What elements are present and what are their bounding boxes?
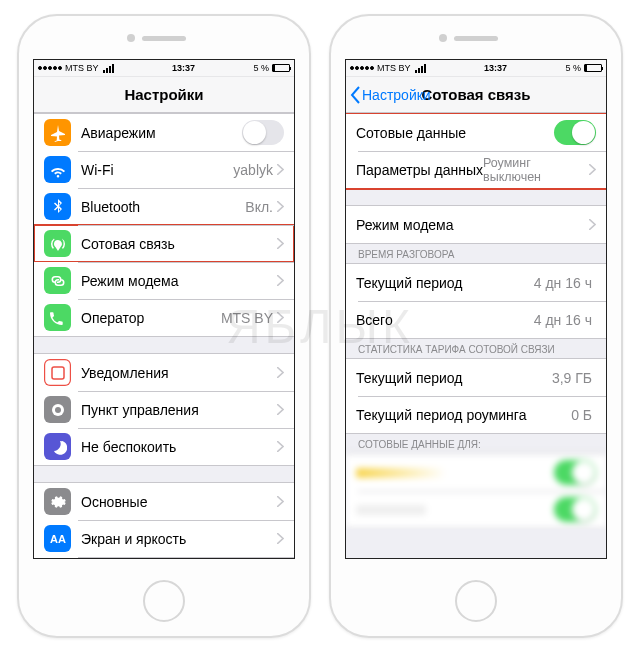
section-header-stats: СТАТИСТИКА ТАРИФА СОТОВОЙ СВЯЗИ bbox=[346, 339, 606, 358]
row-airplane[interactable]: Авиарежим bbox=[34, 114, 294, 151]
row-control-center[interactable]: Пункт управления bbox=[34, 391, 294, 428]
row-cellular[interactable]: Сотовая связь bbox=[34, 225, 294, 262]
row-bluetooth[interactable]: Bluetooth Вкл. bbox=[34, 188, 294, 225]
chevron-right-icon bbox=[277, 401, 284, 419]
carrier-label: Оператор bbox=[81, 310, 144, 326]
carrier-label: MTS BY bbox=[65, 63, 99, 73]
carrier-label: MTS BY bbox=[377, 63, 411, 73]
airplane-label: Авиарежим bbox=[81, 125, 156, 141]
screen-left: MTS BY 13:37 5 % Настройки Авиарежим bbox=[33, 59, 295, 559]
nav-bar: Настройки bbox=[34, 77, 294, 113]
row-wifi[interactable]: Wi-Fi yablyk bbox=[34, 151, 294, 188]
general-label: Основные bbox=[81, 494, 147, 510]
back-button[interactable]: Настройки bbox=[350, 86, 431, 104]
notifications-label: Уведомления bbox=[81, 365, 169, 381]
chevron-right-icon bbox=[589, 216, 596, 234]
control-center-icon bbox=[44, 396, 71, 423]
row-carrier[interactable]: Оператор MTS BY bbox=[34, 299, 294, 336]
row-general[interactable]: Основные bbox=[34, 483, 294, 520]
dnd-icon bbox=[44, 433, 71, 460]
row-talk-current: Текущий период 4 дн 16 ч bbox=[346, 264, 606, 301]
wifi-value: yablyk bbox=[233, 162, 273, 178]
notifications-icon bbox=[44, 359, 71, 386]
back-label: Настройки bbox=[362, 87, 431, 103]
bluetooth-value: Вкл. bbox=[245, 199, 273, 215]
chevron-left-icon bbox=[350, 86, 362, 104]
row-hotspot[interactable]: Режим модема bbox=[34, 262, 294, 299]
clock: 13:37 bbox=[114, 63, 254, 73]
row-stat-roaming: Текущий период роуминга 0 Б bbox=[346, 396, 606, 433]
bluetooth-icon bbox=[44, 193, 71, 220]
home-button[interactable] bbox=[143, 580, 185, 622]
display-icon bbox=[44, 525, 71, 552]
page-title: Сотовая связь bbox=[421, 86, 530, 103]
section-header-apps: СОТОВЫЕ ДАННЫЕ ДЛЯ: bbox=[346, 434, 606, 453]
carrier-icon bbox=[44, 304, 71, 331]
chevron-right-icon bbox=[277, 530, 284, 548]
chevron-right-icon bbox=[277, 272, 284, 290]
page-title: Настройки bbox=[124, 86, 203, 103]
chevron-right-icon bbox=[277, 309, 284, 327]
row-data-options[interactable]: Параметры данных Роуминг выключен bbox=[346, 151, 606, 188]
chevron-right-icon bbox=[277, 364, 284, 382]
home-button[interactable] bbox=[455, 580, 497, 622]
row-app[interactable] bbox=[346, 454, 606, 491]
wifi-icon bbox=[44, 156, 71, 183]
status-bar: MTS BY 13:37 5 % bbox=[34, 60, 294, 77]
hotspot-label: Режим модема bbox=[81, 273, 179, 289]
data-options-value: Роуминг выключен bbox=[483, 156, 585, 184]
chevron-right-icon bbox=[277, 235, 284, 253]
row-notifications[interactable]: Уведомления bbox=[34, 354, 294, 391]
bluetooth-label: Bluetooth bbox=[81, 199, 140, 215]
chevron-right-icon bbox=[277, 438, 284, 456]
row-display[interactable]: Экран и яркость bbox=[34, 520, 294, 557]
hotspot-icon bbox=[44, 267, 71, 294]
section-header-talktime: ВРЕМЯ РАЗГОВОРА bbox=[346, 244, 606, 263]
wifi-icon bbox=[415, 64, 426, 73]
screen-right: MTS BY 13:37 5 % Настройки Сотовая связь… bbox=[345, 59, 607, 559]
cellular-icon bbox=[44, 230, 71, 257]
cellular-data-switch[interactable] bbox=[554, 120, 596, 145]
cellular-data-label: Сотовые данные bbox=[356, 125, 466, 141]
row-talk-total: Всего 4 дн 16 ч bbox=[346, 301, 606, 338]
phone-left: MTS BY 13:37 5 % Настройки Авиарежим bbox=[17, 14, 311, 638]
battery-percent: 5 % bbox=[253, 63, 269, 73]
app-switch[interactable] bbox=[554, 497, 596, 522]
data-options-label: Параметры данных bbox=[356, 162, 483, 178]
wifi-icon bbox=[103, 64, 114, 73]
battery-percent: 5 % bbox=[565, 63, 581, 73]
row-dnd[interactable]: Не беспокоить bbox=[34, 428, 294, 465]
row-app[interactable] bbox=[346, 491, 606, 528]
chevron-right-icon bbox=[589, 161, 596, 179]
control-center-label: Пункт управления bbox=[81, 402, 199, 418]
cellular-label: Сотовая связь bbox=[81, 236, 175, 252]
row-personal-hotspot[interactable]: Режим модема bbox=[346, 206, 606, 243]
clock: 13:37 bbox=[426, 63, 566, 73]
row-wallpaper[interactable]: Обои bbox=[34, 557, 294, 559]
airplane-icon bbox=[44, 119, 71, 146]
chevron-right-icon bbox=[277, 198, 284, 216]
airplane-switch[interactable] bbox=[242, 120, 284, 145]
row-cellular-data[interactable]: Сотовые данные bbox=[346, 114, 606, 151]
phone-right: MTS BY 13:37 5 % Настройки Сотовая связь… bbox=[329, 14, 623, 638]
chevron-right-icon bbox=[277, 493, 284, 511]
display-label: Экран и яркость bbox=[81, 531, 186, 547]
chevron-right-icon bbox=[277, 161, 284, 179]
battery-icon bbox=[272, 64, 290, 72]
nav-bar: Настройки Сотовая связь bbox=[346, 77, 606, 113]
general-icon bbox=[44, 488, 71, 515]
status-bar: MTS BY 13:37 5 % bbox=[346, 60, 606, 77]
wifi-label: Wi-Fi bbox=[81, 162, 114, 178]
carrier-value: MTS BY bbox=[221, 310, 273, 326]
dnd-label: Не беспокоить bbox=[81, 439, 176, 455]
app-switch[interactable] bbox=[554, 460, 596, 485]
row-stat-current: Текущий период 3,9 ГБ bbox=[346, 359, 606, 396]
hotspot-label: Режим модема bbox=[356, 217, 454, 233]
battery-icon bbox=[584, 64, 602, 72]
